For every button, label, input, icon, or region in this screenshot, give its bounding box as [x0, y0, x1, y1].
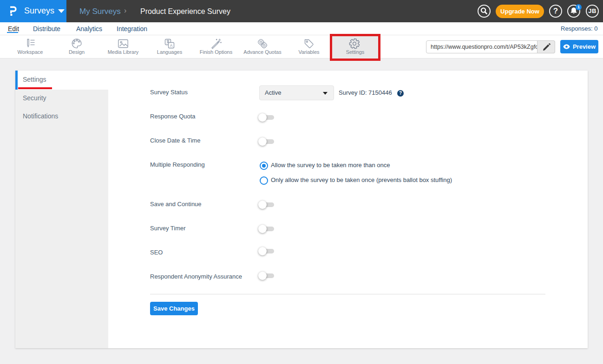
svg-text:A: A: [170, 43, 173, 48]
